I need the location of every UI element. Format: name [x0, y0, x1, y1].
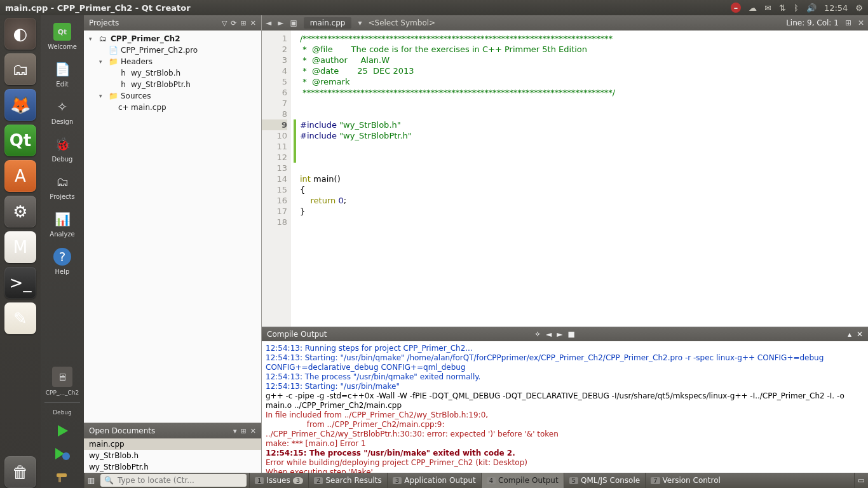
nav-fwd-icon[interactable]: ► — [278, 18, 283, 27]
open-doc-item[interactable]: main.cpp — [84, 438, 261, 450]
symbol-selector[interactable]: <Select Symbol> — [368, 18, 435, 27]
projects-icon: 🗂 — [53, 173, 71, 191]
open-documents-list[interactable]: main.cppwy_StrBlob.hwy_StrBlobPtr.h — [84, 438, 261, 473]
tree-node[interactable]: hwy_StrBlobPtr.h — [84, 79, 261, 90]
svg-rect-4 — [58, 477, 61, 482]
output-clear-icon[interactable]: ✧ — [534, 330, 541, 339]
opendocs-header: Open Documents ▾ ⊞ ✕ — [84, 423, 261, 438]
toggle-output-icon[interactable]: ▭ — [854, 473, 868, 488]
tree-node[interactable]: hwy_StrBlob.h — [84, 67, 261, 79]
output-minmax-icon[interactable]: ▴ — [848, 330, 851, 339]
status-bar: ▥ 🔍 1Issues32Search Results3Application … — [84, 473, 868, 488]
mode-help[interactable]: ?Help — [42, 243, 83, 280]
status-tab-qml-js-console[interactable]: 5QML/JS Console — [564, 473, 646, 488]
editor-area: ◄ ► ▣ main.cpp ▾ <Select Symbol> Line: 9… — [262, 15, 868, 473]
launcher-dash[interactable]: ◐ — [4, 18, 36, 50]
editor-close-icon[interactable]: ✕ — [858, 18, 864, 27]
opendocs-menu-icon[interactable]: ▾ — [233, 427, 237, 435]
noentry-icon[interactable]: – — [731, 3, 741, 13]
status-tab-version-control[interactable]: 7Version Control — [645, 473, 726, 488]
status-tab-compile-output[interactable]: 4Compile Output — [481, 473, 564, 488]
analyze-icon: 📊 — [53, 210, 71, 228]
edit-icon: 📄 — [53, 60, 71, 78]
file-dropdown-icon[interactable]: ▾ — [358, 18, 362, 27]
editor-toolbar: ◄ ► ▣ main.cpp ▾ <Select Symbol> Line: 9… — [262, 15, 868, 30]
tree-node[interactable]: c+main.cpp — [84, 102, 261, 113]
tree-node[interactable]: ▾🗂CPP_Primer_Ch2 — [84, 33, 261, 44]
cloud-icon[interactable]: ☁ — [749, 3, 757, 13]
gear-icon[interactable]: ⚙ — [855, 3, 863, 13]
output-pane: Compile Output ✧ ◄ ► ■ ▴ ✕ 12:54:13: Run… — [262, 327, 868, 473]
system-menubar: main.cpp - CPP_Primer_Ch2 - Qt Creator –… — [0, 0, 868, 15]
toggle-sidebar-icon[interactable]: ▥ — [84, 473, 98, 488]
sync-icon[interactable]: ⟳ — [231, 19, 236, 27]
status-tab-search-results[interactable]: 2Search Results — [308, 473, 387, 488]
opendocs-split-icon[interactable]: ⊞ — [241, 427, 247, 435]
projects-panel-title: Projects — [89, 18, 218, 27]
cursor-position: Line: 9, Col: 1 — [786, 18, 839, 27]
launcher-qtcreator[interactable]: Qt — [4, 125, 36, 156]
tree-node[interactable]: ▾📁Sources — [84, 90, 261, 102]
launcher-settings[interactable]: ⚙ — [4, 196, 36, 227]
tree-node[interactable]: 📄CPP_Primer_Ch2.pro — [84, 44, 261, 56]
line-gutter[interactable]: 123456789101112131415161718 — [262, 30, 291, 327]
launcher-mail[interactable]: M — [4, 231, 36, 263]
output-prev-icon[interactable]: ◄ — [546, 330, 552, 339]
launcher-files[interactable]: 🗂 — [4, 53, 36, 85]
launcher-software[interactable]: A — [4, 160, 36, 192]
locator-input[interactable] — [118, 476, 243, 485]
qtcreator-window: QtWelcome 📄Edit ✧Design 🐞Debug 🗂Projects… — [41, 15, 868, 488]
mode-bar: QtWelcome 📄Edit ✧Design 🐞Debug 🗂Projects… — [41, 15, 84, 488]
open-doc-item[interactable]: wy_StrBlobPtr.h — [84, 461, 261, 473]
svg-rect-3 — [57, 473, 67, 477]
tree-node[interactable]: ▾📁Headers — [84, 56, 261, 67]
desktop-icon: 🖥 — [52, 367, 72, 387]
bookmark-icon[interactable]: ▣ — [290, 18, 297, 27]
output-stop-icon[interactable]: ■ — [568, 330, 575, 339]
side-panel: Projects ▽ ⟳ ⊞ ✕ ▾🗂CPP_Primer_Ch2📄CPP_Pr… — [84, 15, 262, 473]
launcher-texteditor[interactable]: ✎ — [4, 302, 36, 334]
mode-edit[interactable]: 📄Edit — [42, 55, 83, 93]
code-content[interactable]: /***************************************… — [291, 30, 868, 230]
mode-welcome[interactable]: QtWelcome — [42, 18, 83, 55]
launcher-terminal[interactable]: >_ — [4, 267, 36, 299]
volume-icon[interactable]: 🔊 — [806, 3, 817, 13]
launcher-firefox[interactable]: 🦊 — [4, 89, 36, 121]
mode-analyze[interactable]: 📊Analyze — [42, 205, 83, 243]
mail-icon[interactable]: ✉ — [764, 3, 771, 13]
unity-launcher: ◐ 🗂 🦊 Qt A ⚙ M >_ ✎ 🗑 — [0, 0, 41, 488]
close-panel-icon[interactable]: ✕ — [250, 19, 256, 27]
open-documents-panel: Open Documents ▾ ⊞ ✕ main.cppwy_StrBlob.… — [84, 423, 261, 473]
code-editor[interactable]: 123456789101112131415161718 /***********… — [262, 30, 868, 327]
open-doc-item[interactable]: wy_StrBlob.h — [84, 450, 261, 461]
editor-filename[interactable]: main.cpp — [304, 17, 352, 29]
clock[interactable]: 12:54 — [824, 3, 848, 13]
locator[interactable]: 🔍 — [100, 474, 247, 487]
project-tree[interactable]: ▾🗂CPP_Primer_Ch2📄CPP_Primer_Ch2.pro▾📁Hea… — [84, 30, 261, 423]
projects-panel-header: Projects ▽ ⟳ ⊞ ✕ — [84, 15, 261, 30]
editor-split-icon[interactable]: ⊞ — [845, 18, 851, 27]
qt-icon: Qt — [53, 23, 71, 41]
build-button[interactable] — [51, 468, 74, 485]
network-icon[interactable]: ⇅ — [779, 3, 786, 13]
mode-design[interactable]: ✧Design — [42, 93, 83, 130]
opendocs-close-icon[interactable]: ✕ — [250, 427, 256, 435]
output-close-icon[interactable]: ✕ — [857, 330, 863, 339]
output-header: Compile Output ✧ ◄ ► ■ ▴ ✕ — [262, 327, 868, 341]
opendocs-title: Open Documents — [89, 426, 229, 435]
split-icon[interactable]: ⊞ — [241, 19, 247, 27]
output-text[interactable]: 12:54:13: Running steps for project CPP_… — [262, 341, 868, 473]
bluetooth-icon[interactable]: ᛒ — [794, 3, 799, 13]
status-tab-issues[interactable]: 1Issues3 — [249, 473, 308, 488]
mode-projects[interactable]: 🗂Projects — [42, 168, 83, 205]
kit-selector[interactable]: 🖥 CPP_..._Ch2 Debug — [44, 363, 80, 419]
launcher-trash[interactable]: 🗑 — [4, 456, 36, 488]
status-tab-application-output[interactable]: 3Application Output — [387, 473, 481, 488]
nav-back-icon[interactable]: ◄ — [266, 18, 271, 27]
debug-run-button[interactable] — [51, 445, 74, 463]
filter-icon[interactable]: ▽ — [222, 19, 227, 27]
run-button[interactable] — [51, 422, 74, 440]
mode-debug[interactable]: 🐞Debug — [42, 130, 83, 168]
output-next-icon[interactable]: ► — [557, 330, 562, 339]
system-tray: – ☁ ✉ ⇅ ᛒ 🔊 12:54 ⚙ — [731, 3, 863, 13]
